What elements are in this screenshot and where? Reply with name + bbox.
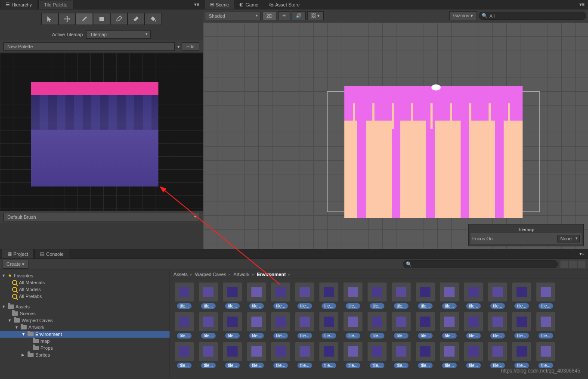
- asset-tile[interactable]: tile...: [342, 283, 364, 309]
- asset-tile[interactable]: tile...: [390, 312, 412, 339]
- tree-environment[interactable]: ▼Environment: [0, 331, 170, 338]
- scene-content[interactable]: [344, 86, 523, 218]
- label-icon[interactable]: [569, 261, 577, 268]
- brush-tool[interactable]: [76, 13, 93, 25]
- favorite-icon[interactable]: [578, 261, 585, 268]
- asset-tile[interactable]: tile...: [270, 283, 291, 309]
- picker-tool[interactable]: [110, 13, 127, 25]
- gizmos-dropdown[interactable]: Gizmos ▾: [449, 11, 477, 20]
- tree-artwork[interactable]: ▼Artwork: [0, 324, 170, 331]
- asset-tile[interactable]: tile...: [415, 342, 436, 368]
- scene-search[interactable]: 🔍 All: [479, 12, 586, 20]
- asset-tile[interactable]: tile...: [222, 342, 243, 368]
- asset-tile[interactable]: tile...: [318, 283, 340, 309]
- tree-warped-caves[interactable]: ▼Warped Caves: [0, 317, 170, 324]
- asset-tile[interactable]: tile...: [415, 283, 436, 309]
- edit-button[interactable]: Edit: [182, 42, 199, 51]
- tab-scene[interactable]: ⊞Scene: [205, 0, 234, 9]
- lighting-button[interactable]: ☀: [278, 11, 290, 20]
- asset-tile[interactable]: tile...: [535, 312, 557, 339]
- tab-hierarchy[interactable]: ☰ Hierarchy: [0, 0, 37, 9]
- tab-tile-palette[interactable]: Tile Palette: [38, 0, 73, 9]
- asset-tile[interactable]: tile...: [270, 312, 291, 339]
- asset-tile[interactable]: tile...: [173, 283, 195, 309]
- tree-assets[interactable]: ▼Assets: [0, 303, 170, 310]
- asset-tile[interactable]: tile...: [463, 312, 484, 339]
- tab-game[interactable]: ◐Game: [234, 0, 263, 9]
- bc-artwork[interactable]: Artwork: [233, 272, 249, 277]
- asset-tile[interactable]: tile...: [294, 312, 316, 339]
- asset-tile[interactable]: tile...: [222, 312, 243, 339]
- asset-tile[interactable]: tile...: [173, 342, 195, 368]
- palette-dropdown[interactable]: New Palette: [3, 42, 175, 51]
- asset-tile[interactable]: tile...: [439, 283, 460, 309]
- asset-tile[interactable]: tile...: [390, 342, 412, 368]
- bc-environment[interactable]: Environment: [257, 272, 286, 277]
- asset-tile[interactable]: tile...: [246, 312, 267, 339]
- asset-tile[interactable]: tile...: [246, 283, 267, 309]
- panel-menu-icon[interactable]: ▾≡: [576, 249, 588, 258]
- panel-menu-icon[interactable]: ▾≡: [576, 0, 588, 9]
- tree-map[interactable]: map: [0, 338, 170, 345]
- asset-tile[interactable]: tile...: [487, 312, 508, 339]
- asset-tile[interactable]: tile...: [198, 312, 219, 339]
- asset-tile[interactable]: tile...: [463, 342, 484, 368]
- asset-tile[interactable]: tile...: [390, 283, 412, 309]
- mode-2d-button[interactable]: 2D: [263, 12, 276, 20]
- asset-tile[interactable]: tile...: [318, 312, 340, 339]
- audio-button[interactable]: 🔊: [292, 11, 306, 20]
- asset-tile[interactable]: tile...: [511, 342, 532, 368]
- asset-tile[interactable]: tile...: [535, 283, 557, 309]
- asset-tile[interactable]: tile...: [366, 283, 388, 309]
- tree-sprites[interactable]: ▶Sprites: [0, 351, 170, 358]
- tab-asset-store[interactable]: 🛍Asset Store: [263, 0, 305, 9]
- asset-tile[interactable]: tile...: [294, 342, 316, 368]
- asset-tile[interactable]: tile...: [198, 342, 219, 368]
- asset-tile[interactable]: tile...: [487, 283, 508, 309]
- palette-view[interactable]: [0, 53, 203, 211]
- tree-favorites[interactable]: ▼★Favorites: [0, 272, 170, 279]
- asset-tile[interactable]: tile...: [270, 342, 291, 368]
- tree-all-materials[interactable]: All Materials: [0, 279, 170, 286]
- asset-tile[interactable]: tile...: [366, 312, 388, 339]
- shading-dropdown[interactable]: Shaded: [205, 12, 261, 20]
- fill-tool[interactable]: [145, 13, 162, 25]
- move-tool[interactable]: [59, 13, 76, 25]
- brush-dropdown[interactable]: Default Brush: [3, 213, 199, 221]
- create-dropdown[interactable]: Create ▾: [3, 260, 28, 269]
- asset-tile[interactable]: tile...: [511, 312, 532, 339]
- tree-all-prefabs[interactable]: All Prefabs: [0, 293, 170, 300]
- scene-view[interactable]: Tilemap Focus On None: [203, 22, 588, 249]
- asset-tile[interactable]: tile...: [511, 283, 532, 309]
- asset-tile[interactable]: tile...: [415, 312, 436, 339]
- box-tool[interactable]: [93, 13, 110, 25]
- eraser-tool[interactable]: [127, 13, 145, 25]
- tree-scenes[interactable]: Scenes: [0, 310, 170, 317]
- project-search[interactable]: 🔍: [403, 260, 558, 268]
- asset-tile[interactable]: tile...: [535, 342, 557, 368]
- tree-all-models[interactable]: All Models: [0, 286, 170, 293]
- asset-tile[interactable]: tile...: [342, 312, 364, 339]
- asset-tile[interactable]: tile...: [318, 342, 340, 368]
- focus-dropdown[interactable]: None: [557, 235, 580, 242]
- asset-tile[interactable]: tile...: [439, 312, 460, 339]
- bc-warped-caves[interactable]: Warped Caves: [195, 272, 226, 277]
- asset-tile[interactable]: tile...: [366, 342, 388, 368]
- asset-tile[interactable]: tile...: [294, 283, 316, 309]
- select-tool[interactable]: [41, 13, 59, 25]
- asset-tile[interactable]: tile...: [463, 283, 484, 309]
- asset-tile[interactable]: tile...: [439, 342, 460, 368]
- tab-project[interactable]: ▦Project: [2, 249, 34, 258]
- tileset-preview[interactable]: [31, 82, 158, 186]
- filter-icon[interactable]: [560, 261, 568, 268]
- panel-menu-icon[interactable]: ▾≡: [191, 0, 203, 9]
- tab-console[interactable]: ▤Console: [34, 249, 69, 258]
- asset-tile[interactable]: tile...: [198, 283, 219, 309]
- asset-tile[interactable]: tile...: [222, 283, 243, 309]
- asset-tile[interactable]: tile...: [342, 342, 364, 368]
- tilemap-dropdown[interactable]: Tilemap: [86, 30, 151, 39]
- bc-assets[interactable]: Assets: [173, 272, 188, 277]
- tree-props[interactable]: Props: [0, 345, 170, 351]
- asset-tile[interactable]: tile...: [173, 312, 195, 339]
- asset-tile[interactable]: tile...: [246, 342, 267, 368]
